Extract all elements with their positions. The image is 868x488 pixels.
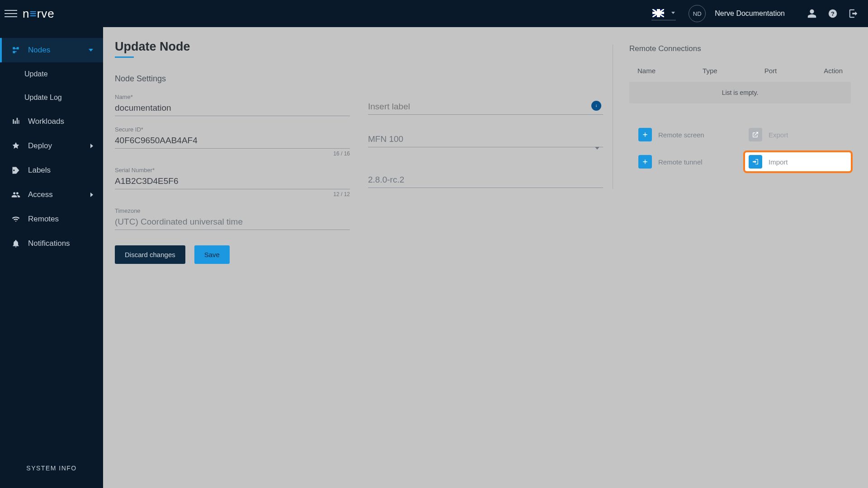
import-button[interactable]: Import (745, 152, 851, 171)
secure-id-field: Secure ID* 16 / 16 (115, 126, 350, 157)
chevron-down-icon (671, 12, 675, 14)
col-action: Action (824, 67, 843, 75)
col-name: Name (637, 67, 656, 75)
chevron-right-icon (90, 192, 93, 197)
avatar[interactable]: ND (689, 5, 706, 22)
sidebar-item-label: Nodes (28, 46, 50, 55)
serial-input[interactable] (115, 174, 350, 189)
action-label: Remote tunnel (658, 158, 703, 166)
help-icon[interactable]: ? (827, 8, 838, 19)
version-display (368, 167, 603, 188)
sidebar-item-label: Workloads (28, 117, 64, 126)
page-title: Update Node (115, 40, 604, 54)
char-count: 16 / 16 (333, 150, 350, 157)
export-button[interactable]: Export (745, 125, 851, 144)
bell-icon (11, 239, 21, 249)
sidebar-item-access[interactable]: Access (0, 183, 103, 207)
export-icon (749, 128, 762, 141)
field-label: Secure ID* (115, 126, 350, 133)
field-label: Serial Number* (115, 167, 350, 174)
name-input[interactable] (115, 101, 350, 116)
sidebar-item-label: Deploy (28, 141, 52, 150)
user-icon[interactable] (807, 8, 817, 19)
sidebar-item-remotes[interactable]: Remotes (0, 207, 103, 231)
remotes-icon (11, 214, 21, 224)
plus-icon (638, 155, 652, 169)
sidebar-system-info[interactable]: SYSTEM INFO (0, 454, 103, 488)
sidebar-item-update[interactable]: Update (0, 62, 103, 86)
app-logo: n≡rve (23, 7, 55, 21)
sidebar-item-notifications[interactable]: Notifications (0, 231, 103, 256)
main-content: Update Node Node Settings Name* Secure (103, 27, 868, 488)
col-type: Type (703, 67, 717, 75)
deploy-icon (11, 141, 21, 151)
char-count: 12 / 12 (333, 191, 350, 197)
remote-tunnel-button[interactable]: Remote tunnel (635, 152, 741, 171)
sidebar-item-nodes[interactable]: Nodes (0, 38, 103, 62)
section-title: Node Settings (115, 74, 604, 84)
version-field (368, 167, 603, 197)
label-input[interactable] (368, 94, 603, 115)
vertical-divider (613, 44, 613, 189)
nodes-icon (11, 45, 21, 55)
name-field: Name* (115, 94, 350, 116)
title-underline (115, 56, 134, 58)
chevron-down-icon (595, 147, 599, 150)
sidebar-item-deploy[interactable]: Deploy (0, 134, 103, 158)
labels-icon (11, 165, 21, 175)
flag-icon (652, 9, 664, 17)
language-selector[interactable] (651, 7, 676, 20)
logout-icon[interactable] (848, 8, 859, 19)
action-label: Import (769, 158, 788, 166)
sidebar-item-label: Remotes (28, 215, 59, 224)
app-header: n≡rve ND Nerve Documentation ? (0, 0, 868, 27)
username-label: Nerve Documentation (715, 9, 785, 18)
import-icon (749, 155, 762, 169)
info-icon[interactable] (591, 101, 601, 111)
timezone-field: Timezone (115, 207, 350, 230)
discard-button[interactable]: Discard changes (115, 245, 185, 264)
field-label: Timezone (115, 207, 350, 214)
model-field (368, 126, 603, 157)
label-field (368, 94, 603, 116)
model-select[interactable] (368, 126, 603, 147)
col-port: Port (764, 67, 777, 75)
workloads-icon (11, 117, 21, 127)
action-label: Remote screen (658, 131, 704, 139)
remote-empty-message: List is empty. (629, 82, 851, 103)
chevron-right-icon (90, 144, 93, 148)
action-label: Export (769, 131, 788, 139)
remote-connections-title: Remote Connections (629, 44, 851, 53)
sidebar-item-labels[interactable]: Labels (0, 158, 103, 183)
sidebar-item-workloads[interactable]: Workloads (0, 109, 103, 134)
save-button[interactable]: Save (194, 245, 230, 264)
svg-text:?: ? (831, 10, 835, 17)
serial-field: Serial Number* 12 / 12 (115, 167, 350, 197)
chevron-down-icon (89, 49, 93, 52)
remote-screen-button[interactable]: Remote screen (635, 125, 741, 144)
field-label: Name* (115, 94, 350, 100)
access-icon (11, 190, 21, 200)
sidebar-item-label: Labels (28, 166, 51, 175)
sidebar: Nodes Update Update Log Workloads Deploy… (0, 27, 103, 488)
menu-toggle-icon[interactable] (5, 7, 17, 20)
timezone-input[interactable] (115, 215, 350, 230)
secure-id-input[interactable] (115, 134, 350, 149)
sidebar-item-update-log[interactable]: Update Log (0, 86, 103, 109)
sidebar-item-label: Notifications (28, 239, 70, 248)
remote-table-header: Name Type Port Action (629, 67, 851, 82)
plus-icon (638, 128, 652, 141)
sidebar-item-label: Access (28, 190, 53, 199)
